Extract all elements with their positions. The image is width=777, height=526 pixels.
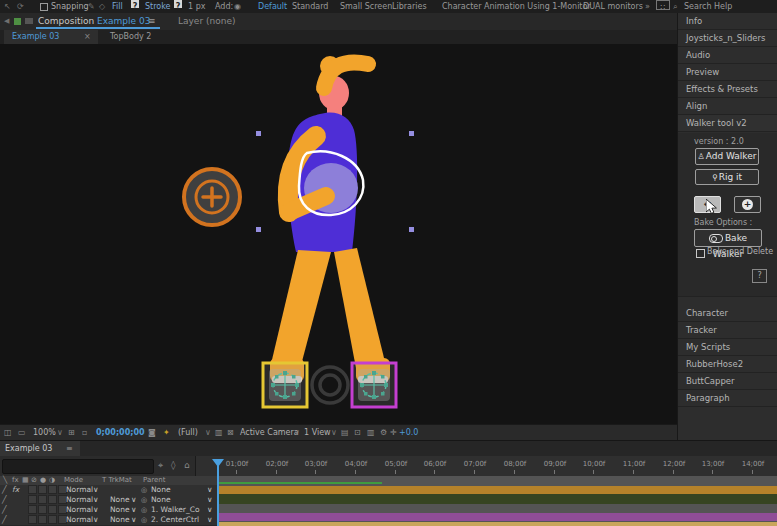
eye-icon[interactable]: ╱ — [2, 505, 7, 515]
panel-walker-tool[interactable]: Walker tool v2 — [678, 115, 777, 132]
show-channels-icon[interactable]: ✦ — [163, 425, 170, 441]
magnification-icon[interactable]: ▭ — [18, 425, 26, 441]
comp-mini-flowchart-icon[interactable]: ⌖ — [158, 459, 163, 472]
trkmat-select[interactable]: None — [110, 495, 130, 505]
parent-select[interactable]: None — [151, 495, 171, 505]
close-icon[interactable]: × — [84, 30, 91, 44]
foot-control-right[interactable] — [352, 363, 396, 407]
view-layout-select[interactable]: 1 View — [304, 425, 331, 441]
walk-cycle-null-control[interactable] — [184, 169, 240, 225]
tab-topbody-2[interactable]: TopBody 2 — [110, 30, 151, 44]
panel-info[interactable]: Info — [678, 13, 777, 30]
exposure-reset-icon[interactable]: ⚙ — [380, 425, 387, 441]
fast-previews-icon[interactable]: ▥ — [215, 425, 223, 441]
panel-my-scripts[interactable]: My Scripts — [678, 339, 777, 356]
fill-swatch[interactable]: ? — [131, 0, 139, 8]
keyboard-shortcuts-icon[interactable]: ∷ — [656, 0, 670, 10]
mode-select[interactable]: Normal — [66, 505, 93, 515]
bake-and-delete-checkbox[interactable] — [696, 249, 705, 258]
layer-bar-3[interactable] — [218, 513, 777, 521]
stroke-swatch[interactable]: ? — [174, 0, 182, 8]
time-ruler[interactable]: 01;00f 02;00f 03;00f 04;00f 05;00f 06;00… — [195, 456, 777, 477]
workspace-dual-monitors[interactable]: DUAL monitors — [583, 0, 643, 13]
rotate-tool-icon[interactable]: ⟳ — [17, 0, 24, 13]
eye-icon[interactable]: ╱ — [2, 495, 7, 505]
parent-select[interactable]: 1. Walker_Co — [151, 505, 200, 515]
pickwhip-icon[interactable]: ◎ — [141, 495, 147, 505]
bake-walker-button[interactable]: Bake Walker — [694, 229, 762, 247]
playhead-line[interactable] — [217, 465, 219, 526]
mode-select[interactable]: Normal — [66, 495, 93, 505]
exposure-icon[interactable]: ✛ — [390, 425, 397, 441]
resolution-select[interactable]: (Full) — [178, 425, 198, 441]
panel-menu-icon[interactable]: ≡ — [66, 441, 73, 457]
always-preview-icon[interactable]: ◫ — [4, 425, 12, 441]
shy-layers-icon[interactable]: ⌂ — [184, 459, 190, 472]
stroke-width[interactable]: 1 px — [188, 0, 205, 13]
workspace-libraries[interactable]: Libraries — [392, 0, 427, 13]
layer-panel-label[interactable]: Layer (none) — [178, 13, 235, 29]
panel-lock-icon[interactable] — [25, 18, 33, 24]
add-shape-icon[interactable]: ◉ — [234, 0, 241, 13]
draft-3d-icon[interactable]: ◊ — [171, 459, 175, 472]
help-button[interactable]: ? — [752, 269, 767, 283]
panel-rubberhose2[interactable]: RubberHose2 — [678, 356, 777, 373]
panel-preview[interactable]: Preview — [678, 64, 777, 81]
snapshot-camera-icon[interactable]: ◙ — [148, 425, 156, 441]
timeline-tab-example-03[interactable]: Example 03 ≡ — [0, 441, 80, 457]
search-help-field[interactable]: Search Help — [684, 0, 732, 13]
camera-select[interactable]: Active Camera — [240, 425, 299, 441]
panel-paragraph[interactable]: Paragraph — [678, 390, 777, 407]
layer-bar-1[interactable] — [218, 486, 777, 494]
comp-flowchart-icon[interactable]: ▥ — [367, 425, 375, 441]
panel-buttcapper[interactable]: ButtCapper — [678, 373, 777, 390]
timeline-search-input[interactable] — [2, 459, 154, 474]
character-figure[interactable] — [270, 56, 390, 383]
pickwhip-icon[interactable]: ◎ — [141, 515, 147, 525]
current-timecode[interactable]: 0;00;00;00 — [96, 425, 145, 441]
layer-bar-2[interactable] — [218, 494, 777, 504]
track-area[interactable] — [218, 476, 777, 526]
table-row[interactable]: ╱ Normal ∨ None ∨ ◎ 2. CenterCtrl ∨ — [0, 515, 218, 526]
eye-icon[interactable]: ╱ — [2, 485, 7, 495]
stroke-label[interactable]: Stroke — [145, 0, 171, 13]
zoom-select[interactable]: 100% — [33, 425, 56, 441]
workspace-small-screen[interactable]: Small Screen — [340, 0, 392, 13]
pen-tool-icon[interactable]: ✎ — [88, 0, 95, 13]
panel-tracker[interactable]: Tracker — [678, 322, 777, 339]
fill-label[interactable]: Fill — [112, 0, 123, 13]
add-walker-button[interactable]: ♙Add Walker — [695, 148, 759, 165]
transparency-grid-icon[interactable]: ⊠ — [227, 425, 234, 441]
selection-tool-icon[interactable]: ↖ — [4, 0, 11, 13]
mode-select[interactable]: Normal — [66, 515, 93, 525]
panel-audio[interactable]: Audio — [678, 47, 777, 64]
eye-icon[interactable]: ╱ — [2, 515, 7, 525]
exposure-value[interactable]: +0.0 — [399, 425, 418, 441]
pickwhip-icon[interactable]: ◎ — [141, 485, 147, 495]
trkmat-select[interactable]: None — [110, 515, 130, 525]
pixel-aspect-icon[interactable]: ▤ — [341, 425, 349, 441]
mask-tool-icon[interactable]: ◇ — [99, 0, 105, 13]
composition-viewport[interactable] — [0, 44, 677, 424]
pickwhip-icon[interactable]: ◎ — [141, 505, 147, 515]
workspace-character-animation[interactable]: Character Animation Using 1-Monitor — [442, 0, 591, 13]
panel-effects-presets[interactable]: Effects & Presets — [678, 81, 777, 98]
parent-select[interactable]: 2. CenterCtrl — [151, 515, 199, 525]
parent-select[interactable]: None — [151, 485, 171, 495]
panel-character[interactable]: Character — [678, 305, 777, 322]
tab-example-03[interactable]: Example 03 × — [4, 30, 98, 44]
foot-control-left[interactable] — [263, 363, 307, 407]
add-controller-button[interactable]: + — [734, 196, 761, 213]
back-icon[interactable]: ◀ — [4, 13, 9, 29]
rig-it-button[interactable]: ⚲Rig it — [695, 169, 759, 185]
workspace-overflow-icon[interactable]: » — [645, 0, 650, 13]
panel-align[interactable]: Align — [678, 98, 777, 115]
layer-bar-4[interactable] — [218, 522, 777, 526]
region-of-interest-icon[interactable]: ▫ — [82, 425, 87, 441]
timeline-view-icon[interactable]: ⊡ — [354, 425, 361, 441]
trkmat-select[interactable]: None — [110, 505, 130, 515]
grid-guides-icon[interactable]: ⊞ — [68, 425, 75, 441]
workspace-standard[interactable]: Standard — [292, 0, 328, 13]
panel-joysticks-n-sliders[interactable]: Joysticks_n_Sliders — [678, 30, 777, 47]
snapping-checkbox[interactable] — [40, 3, 48, 11]
